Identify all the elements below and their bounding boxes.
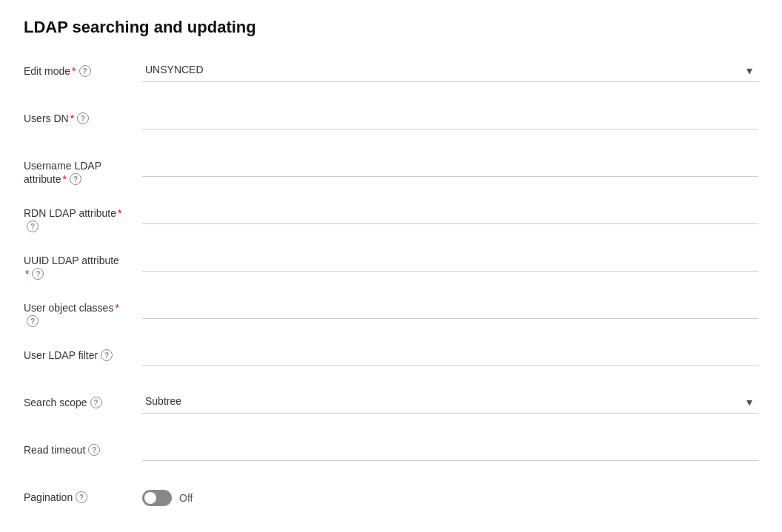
user-object-classes-label: User object classes * ? xyxy=(24,294,142,327)
search-scope-label: Search scope ? xyxy=(24,389,142,408)
read-timeout-control xyxy=(142,437,758,461)
user-ldap-filter-row: User LDAP filter ? (objectCategory=CN=Pe… xyxy=(24,342,758,374)
uuid-ldap-label: UUID LDAP attribute * ? xyxy=(24,247,142,280)
username-ldap-label: Username LDAP attribute * ? xyxy=(24,152,142,185)
search-scope-row: Search scope ? Subtree One Level Base ▾ xyxy=(24,389,758,422)
pagination-label: Pagination ? xyxy=(24,484,142,503)
uuid-ldap-help-icon[interactable]: ? xyxy=(32,268,44,280)
required-star: * xyxy=(72,65,76,77)
search-scope-select-wrapper: Subtree One Level Base ▾ xyxy=(142,389,758,414)
required-star: * xyxy=(25,268,29,280)
user-object-classes-row: User object classes * ? top,person,organ… xyxy=(24,294,758,327)
users-dn-label: Users DN * ? xyxy=(24,105,142,124)
read-timeout-help-icon[interactable]: ? xyxy=(88,444,100,456)
search-scope-help-icon[interactable]: ? xyxy=(90,397,102,408)
pagination-help-icon[interactable]: ? xyxy=(76,491,87,503)
read-timeout-row: Read timeout ? xyxy=(24,437,758,469)
edit-mode-select-wrapper: UNSYNCED WRITABLE READ_ONLY ▾ xyxy=(142,58,758,82)
user-ldap-filter-help-icon[interactable]: ? xyxy=(101,349,113,361)
required-star: * xyxy=(63,173,67,185)
username-ldap-control: sAMAccountName xyxy=(142,152,758,177)
pagination-control: Off xyxy=(142,484,758,506)
users-dn-help-icon[interactable]: ? xyxy=(77,112,89,124)
page-title: LDAP searching and updating xyxy=(24,18,758,37)
required-star: * xyxy=(115,302,118,314)
read-timeout-label: Read timeout ? xyxy=(24,437,142,456)
pagination-toggle-wrapper: Off xyxy=(142,484,758,506)
user-ldap-filter-label: User LDAP filter ? xyxy=(24,342,142,361)
users-dn-row: Users DN * ? OU=S007,DC=one,DC=ad xyxy=(24,105,758,138)
user-ldap-filter-control: (objectCategory=CN=Person,CN=Schema,CN=C… xyxy=(142,342,758,366)
uuid-ldap-input[interactable]: objectGUID xyxy=(142,247,758,272)
edit-mode-label: Edit mode * ? xyxy=(24,58,142,77)
users-dn-control: OU=S007,DC=one,DC=ad xyxy=(142,105,758,129)
pagination-toggle-slider xyxy=(142,490,172,506)
user-ldap-filter-input[interactable]: (objectCategory=CN=Person,CN=Schema,CN=C… xyxy=(142,342,758,366)
pagination-row: Pagination ? Off xyxy=(24,484,758,516)
username-ldap-row: Username LDAP attribute * ? sAMAccountNa… xyxy=(24,152,758,185)
required-star: * xyxy=(118,207,121,219)
user-object-classes-help-icon[interactable]: ? xyxy=(27,315,39,327)
edit-mode-control: UNSYNCED WRITABLE READ_ONLY ▾ xyxy=(142,58,758,82)
edit-mode-select[interactable]: UNSYNCED WRITABLE READ_ONLY xyxy=(142,58,758,82)
rdn-ldap-label: RDN LDAP attribute * ? xyxy=(24,200,142,232)
search-scope-select[interactable]: Subtree One Level Base xyxy=(142,389,758,414)
edit-mode-help-icon[interactable]: ? xyxy=(79,65,91,77)
edit-mode-row: Edit mode * ? UNSYNCED WRITABLE READ_ONL… xyxy=(24,58,758,90)
users-dn-input[interactable]: OU=S007,DC=one,DC=ad xyxy=(142,105,758,129)
uuid-ldap-control: objectGUID xyxy=(142,247,758,272)
pagination-toggle[interactable] xyxy=(142,490,172,506)
user-object-classes-input[interactable]: top,person,organizationalPerson,user xyxy=(142,294,758,319)
username-ldap-input[interactable]: sAMAccountName xyxy=(142,152,758,177)
pagination-off-label: Off xyxy=(179,492,193,504)
required-star: * xyxy=(70,112,74,124)
user-object-classes-control: top,person,organizationalPerson,user xyxy=(142,294,758,319)
rdn-ldap-control: cn xyxy=(142,200,758,224)
rdn-ldap-help-icon[interactable]: ? xyxy=(27,220,39,232)
rdn-ldap-row: RDN LDAP attribute * ? cn xyxy=(24,200,758,232)
username-ldap-help-icon[interactable]: ? xyxy=(70,173,81,185)
read-timeout-input[interactable] xyxy=(142,437,758,461)
uuid-ldap-row: UUID LDAP attribute * ? objectGUID xyxy=(24,247,758,280)
rdn-ldap-input[interactable]: cn xyxy=(142,200,758,224)
search-scope-control: Subtree One Level Base ▾ xyxy=(142,389,758,414)
